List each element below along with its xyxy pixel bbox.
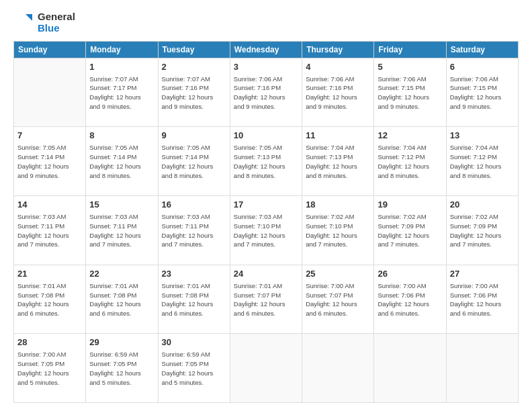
calendar-header-sunday: Sunday	[14, 41, 86, 58]
day-info: Sunrise: 7:04 AM Sunset: 7:12 PM Dayligh…	[450, 143, 515, 180]
day-info: Sunrise: 7:03 AM Sunset: 7:10 PM Dayligh…	[234, 212, 298, 249]
calendar-cell: 28Sunrise: 7:00 AM Sunset: 7:05 PM Dayli…	[14, 334, 86, 403]
day-info: Sunrise: 7:02 AM Sunset: 7:10 PM Dayligh…	[306, 212, 370, 249]
day-info: Sunrise: 7:06 AM Sunset: 7:15 PM Dayligh…	[450, 75, 515, 111]
day-number: 6	[450, 61, 515, 73]
calendar-cell: 9Sunrise: 7:05 AM Sunset: 7:14 PM Daylig…	[158, 127, 230, 196]
calendar-header-tuesday: Tuesday	[158, 41, 230, 58]
day-info: Sunrise: 7:01 AM Sunset: 7:08 PM Dayligh…	[17, 281, 82, 318]
day-number: 5	[378, 61, 442, 73]
day-number: 11	[306, 130, 370, 142]
day-info: Sunrise: 7:05 AM Sunset: 7:13 PM Dayligh…	[234, 143, 298, 180]
calendar-week-5: 28Sunrise: 7:00 AM Sunset: 7:05 PM Dayli…	[14, 334, 519, 403]
day-number: 28	[17, 336, 82, 349]
calendar-cell: 18Sunrise: 7:02 AM Sunset: 7:10 PM Dayli…	[302, 195, 374, 265]
calendar-cell: 6Sunrise: 7:06 AM Sunset: 7:15 PM Daylig…	[446, 58, 518, 127]
calendar-cell: 20Sunrise: 7:02 AM Sunset: 7:09 PM Dayli…	[446, 195, 518, 265]
logo: General Blue	[13, 11, 75, 34]
day-info: Sunrise: 7:06 AM Sunset: 7:16 PM Dayligh…	[234, 75, 298, 111]
day-number: 13	[450, 130, 515, 142]
day-number: 1	[89, 61, 154, 73]
day-info: Sunrise: 7:00 AM Sunset: 7:07 PM Dayligh…	[306, 281, 370, 318]
day-number: 19	[378, 199, 442, 211]
calendar-cell: 8Sunrise: 7:05 AM Sunset: 7:14 PM Daylig…	[86, 127, 158, 196]
day-number: 9	[162, 130, 226, 142]
day-info: Sunrise: 7:05 AM Sunset: 7:14 PM Dayligh…	[17, 143, 82, 180]
calendar-cell: 29Sunrise: 6:59 AM Sunset: 7:05 PM Dayli…	[86, 334, 158, 403]
day-number: 10	[234, 130, 298, 142]
calendar-cell: 11Sunrise: 7:04 AM Sunset: 7:13 PM Dayli…	[302, 127, 374, 196]
calendar-cell: 22Sunrise: 7:01 AM Sunset: 7:08 PM Dayli…	[86, 265, 158, 334]
calendar-cell: 5Sunrise: 7:06 AM Sunset: 7:15 PM Daylig…	[374, 58, 446, 127]
day-info: Sunrise: 7:07 AM Sunset: 7:16 PM Dayligh…	[162, 75, 226, 111]
day-number: 12	[378, 130, 442, 142]
day-info: Sunrise: 7:06 AM Sunset: 7:15 PM Dayligh…	[378, 75, 442, 111]
calendar-cell	[14, 58, 86, 127]
calendar-cell	[374, 334, 446, 403]
logo-container: General Blue	[13, 11, 75, 34]
calendar-cell: 24Sunrise: 7:01 AM Sunset: 7:07 PM Dayli…	[230, 265, 302, 334]
day-number: 14	[17, 199, 82, 211]
calendar-cell: 3Sunrise: 7:06 AM Sunset: 7:16 PM Daylig…	[230, 58, 302, 127]
day-number: 27	[450, 268, 515, 280]
day-info: Sunrise: 7:06 AM Sunset: 7:16 PM Dayligh…	[306, 75, 370, 111]
calendar-cell: 2Sunrise: 7:07 AM Sunset: 7:16 PM Daylig…	[158, 58, 230, 127]
day-number: 23	[162, 268, 226, 280]
calendar-cell: 21Sunrise: 7:01 AM Sunset: 7:08 PM Dayli…	[14, 265, 86, 334]
day-info: Sunrise: 7:02 AM Sunset: 7:09 PM Dayligh…	[378, 212, 442, 249]
logo-general: General	[38, 11, 75, 22]
day-number: 26	[378, 268, 442, 280]
calendar-cell: 16Sunrise: 7:03 AM Sunset: 7:11 PM Dayli…	[158, 195, 230, 265]
day-info: Sunrise: 7:00 AM Sunset: 7:06 PM Dayligh…	[450, 281, 515, 318]
calendar-week-3: 14Sunrise: 7:03 AM Sunset: 7:11 PM Dayli…	[14, 195, 519, 265]
calendar-cell: 26Sunrise: 7:00 AM Sunset: 7:06 PM Dayli…	[374, 265, 446, 334]
day-info: Sunrise: 7:02 AM Sunset: 7:09 PM Dayligh…	[450, 212, 515, 249]
page: General Blue SundayMondayTuesdayWednesda…	[0, 0, 532, 411]
calendar: SundayMondayTuesdayWednesdayThursdayFrid…	[13, 41, 519, 404]
day-number: 24	[234, 268, 298, 280]
day-number: 16	[162, 199, 226, 211]
calendar-cell: 10Sunrise: 7:05 AM Sunset: 7:13 PM Dayli…	[230, 127, 302, 196]
day-info: Sunrise: 7:01 AM Sunset: 7:08 PM Dayligh…	[162, 281, 226, 318]
calendar-cell: 4Sunrise: 7:06 AM Sunset: 7:16 PM Daylig…	[302, 58, 374, 127]
calendar-cell: 17Sunrise: 7:03 AM Sunset: 7:10 PM Dayli…	[230, 195, 302, 265]
day-number: 8	[89, 130, 154, 142]
calendar-header-friday: Friday	[374, 41, 446, 58]
calendar-header-saturday: Saturday	[446, 41, 518, 58]
day-info: Sunrise: 6:59 AM Sunset: 7:05 PM Dayligh…	[162, 350, 226, 387]
calendar-header-row: SundayMondayTuesdayWednesdayThursdayFrid…	[14, 41, 519, 58]
calendar-header-thursday: Thursday	[302, 41, 374, 58]
calendar-cell: 14Sunrise: 7:03 AM Sunset: 7:11 PM Dayli…	[14, 195, 86, 265]
logo-blue: Blue	[38, 22, 75, 34]
logo-text-block: General Blue	[38, 11, 75, 34]
calendar-cell: 1Sunrise: 7:07 AM Sunset: 7:17 PM Daylig…	[86, 58, 158, 127]
day-number: 29	[89, 336, 154, 349]
day-info: Sunrise: 6:59 AM Sunset: 7:05 PM Dayligh…	[89, 350, 154, 387]
day-number: 15	[89, 199, 154, 211]
day-info: Sunrise: 7:04 AM Sunset: 7:12 PM Dayligh…	[378, 143, 442, 180]
day-info: Sunrise: 7:03 AM Sunset: 7:11 PM Dayligh…	[162, 212, 226, 249]
calendar-header-monday: Monday	[86, 41, 158, 58]
calendar-cell: 23Sunrise: 7:01 AM Sunset: 7:08 PM Dayli…	[158, 265, 230, 334]
calendar-week-4: 21Sunrise: 7:01 AM Sunset: 7:08 PM Dayli…	[14, 265, 519, 334]
day-info: Sunrise: 7:00 AM Sunset: 7:06 PM Dayligh…	[378, 281, 442, 318]
calendar-cell: 19Sunrise: 7:02 AM Sunset: 7:09 PM Dayli…	[374, 195, 446, 265]
day-number: 7	[17, 130, 82, 142]
day-number: 4	[306, 61, 370, 73]
calendar-cell: 27Sunrise: 7:00 AM Sunset: 7:06 PM Dayli…	[446, 265, 518, 334]
day-number: 21	[17, 268, 82, 280]
day-info: Sunrise: 7:04 AM Sunset: 7:13 PM Dayligh…	[306, 143, 370, 180]
calendar-week-1: 1Sunrise: 7:07 AM Sunset: 7:17 PM Daylig…	[14, 58, 519, 127]
calendar-cell	[446, 334, 518, 403]
header: General Blue	[13, 11, 519, 34]
day-number: 20	[450, 199, 515, 211]
calendar-cell: 7Sunrise: 7:05 AM Sunset: 7:14 PM Daylig…	[14, 127, 86, 196]
day-info: Sunrise: 7:00 AM Sunset: 7:05 PM Dayligh…	[17, 350, 82, 387]
day-info: Sunrise: 7:05 AM Sunset: 7:14 PM Dayligh…	[162, 143, 226, 180]
calendar-week-2: 7Sunrise: 7:05 AM Sunset: 7:14 PM Daylig…	[14, 127, 519, 196]
day-number: 2	[162, 61, 226, 73]
calendar-cell: 30Sunrise: 6:59 AM Sunset: 7:05 PM Dayli…	[158, 334, 230, 403]
calendar-cell: 13Sunrise: 7:04 AM Sunset: 7:12 PM Dayli…	[446, 127, 518, 196]
calendar-header-wednesday: Wednesday	[230, 41, 302, 58]
day-number: 25	[306, 268, 370, 280]
